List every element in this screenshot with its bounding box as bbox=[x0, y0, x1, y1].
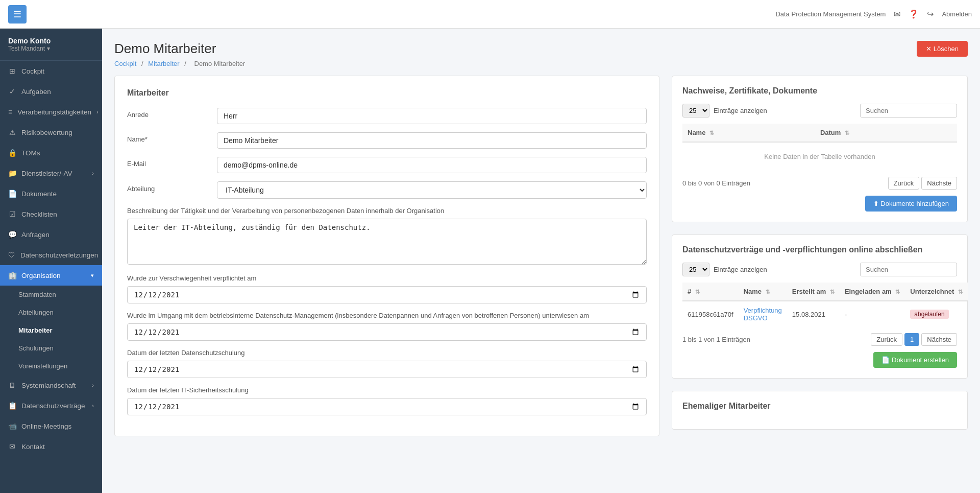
dienstleister-icon: 📁 bbox=[8, 169, 16, 177]
sort-id-icon[interactable]: ⇅ bbox=[695, 289, 700, 295]
create-dokument-button[interactable]: 📄 Dokument erstellen bbox=[873, 352, 957, 368]
delete-button[interactable]: ✕ Löschen bbox=[917, 41, 968, 57]
chevron-right-icon4: › bbox=[92, 403, 94, 409]
sidebar-sub-item-voreinstellungen[interactable]: Voreinstellungen bbox=[0, 357, 102, 375]
abteilung-select[interactable]: IT-Abteilung bbox=[217, 181, 647, 199]
vertraege-prev-button[interactable]: Zurück bbox=[871, 333, 902, 346]
page-title: Demo Mitarbeiter bbox=[114, 41, 248, 57]
logout-button[interactable]: Abmelden bbox=[942, 10, 972, 18]
add-dokumente-button[interactable]: ⬆ Dokumente hinzufügen bbox=[865, 196, 957, 212]
vertraege-btn-row: 📄 Dokument erstellen bbox=[682, 352, 957, 368]
vertraege-entries-select[interactable]: 25 10 50 bbox=[682, 263, 709, 276]
sidebar-item-online-meetings[interactable]: 📹 Online-Meetings bbox=[0, 416, 102, 436]
nachweise-table: Name ⇅ Datum ⇅ Keine Daten in der Tabell… bbox=[682, 124, 957, 171]
kontakt-icon: ✉ bbox=[8, 442, 16, 451]
sidebar-item-datenschutzvertraege[interactable]: 📋 Datenschutzverträge › bbox=[0, 395, 102, 416]
abteilung-field-group: Abteilung IT-Abteilung bbox=[127, 181, 647, 199]
toms-icon: 🔒 bbox=[8, 149, 16, 157]
breadcrumb-cockpit[interactable]: Cockpit bbox=[114, 60, 136, 67]
vertraege-next-button[interactable]: Nächste bbox=[921, 333, 957, 346]
sidebar-item-datenschutzverletzungen[interactable]: 🛡 Datenschutzverletzungen bbox=[0, 245, 102, 265]
email-input[interactable] bbox=[217, 157, 647, 173]
sort-eingeladen-icon[interactable]: ⇅ bbox=[895, 289, 900, 295]
sidebar-item-label-toms: TOMs bbox=[21, 149, 40, 157]
sort-name-icon[interactable]: ⇅ bbox=[709, 130, 714, 136]
sidebar-item-toms[interactable]: 🔒 TOMs bbox=[0, 143, 102, 163]
anrede-input[interactable] bbox=[217, 108, 647, 124]
email-icon[interactable]: ✉ bbox=[894, 9, 900, 19]
anfragen-icon: 💬 bbox=[8, 230, 16, 239]
verschwiegenheit-date-input[interactable] bbox=[127, 286, 647, 303]
vertraege-page-1-button[interactable]: 1 bbox=[904, 333, 919, 346]
sidebar-item-aufgaben[interactable]: ✓ Aufgaben bbox=[0, 81, 102, 102]
menu-toggle-button[interactable]: ☰ bbox=[8, 5, 27, 24]
it-sicherheitsschulung-label: Datum der letzten IT-Sicherheitsschulung bbox=[127, 386, 647, 394]
sidebar-user: Demo Konto Test Mandant ▾ bbox=[0, 29, 102, 61]
email-field-group: E-Mail bbox=[127, 157, 647, 173]
nachweise-search-input[interactable] bbox=[860, 104, 957, 118]
sidebar-sub-item-mitarbeiter[interactable]: Mitarbeiter bbox=[0, 321, 102, 339]
main-content: Demo Mitarbeiter Cockpit / Mitarbeiter /… bbox=[102, 29, 980, 493]
vertraege-title: Datenschutzverträge und -verpflichtungen… bbox=[682, 245, 957, 254]
breadcrumb-sep2: / bbox=[184, 60, 188, 67]
sidebar-item-label-datenschutz: Datenschutzverletzungen bbox=[20, 251, 98, 259]
name-field-group: Name* bbox=[127, 132, 647, 149]
sort-datum-icon[interactable]: ⇅ bbox=[845, 130, 849, 136]
sidebar-item-systemlandschaft[interactable]: 🖥 Systemlandschaft › bbox=[0, 375, 102, 395]
sidebar-item-dienstleister[interactable]: 📁 Dienstleister/-AV › bbox=[0, 163, 102, 183]
nachweise-title: Nachweise, Zertifikate, Dokumente bbox=[682, 86, 957, 96]
page-header: Demo Mitarbeiter Cockpit / Mitarbeiter /… bbox=[114, 41, 968, 67]
nachweise-next-button[interactable]: Nächste bbox=[921, 177, 957, 190]
nachweise-btn-row: ⬆ Dokumente hinzufügen bbox=[682, 196, 957, 212]
it-sicherheitsschulung-date-input[interactable] bbox=[127, 398, 647, 415]
vertraege-col-id: # ⇅ bbox=[682, 283, 739, 301]
datenschutzschulung-label: Datum der letzten Datenschutzschulung bbox=[127, 349, 647, 357]
sub-label-abteilungen: Abteilungen bbox=[18, 309, 54, 316]
sidebar-item-label-organisation: Organisation bbox=[21, 272, 61, 279]
sub-label-stammdaten: Stammdaten bbox=[18, 291, 56, 298]
sidebar-item-anfragen[interactable]: 💬 Anfragen bbox=[0, 224, 102, 245]
sidebar-item-organisation[interactable]: 🏢 Organisation ▾ bbox=[0, 265, 102, 286]
sidebar-item-checklisten[interactable]: ☑ Checklisten bbox=[0, 204, 102, 224]
vertraege-icon: 📋 bbox=[8, 402, 16, 410]
datenschutzschulung-date-input[interactable] bbox=[127, 361, 647, 378]
help-icon[interactable]: ❓ bbox=[909, 9, 919, 19]
risiko-icon: ⚠ bbox=[8, 128, 16, 136]
name-input[interactable] bbox=[217, 132, 647, 149]
breadcrumb-sep1: / bbox=[141, 60, 145, 67]
vertraege-table: # ⇅ Name ⇅ Erstellt am ⇅ Eingeladen am ⇅ bbox=[682, 283, 968, 327]
datenschutz-unterwiesen-date-input[interactable] bbox=[127, 323, 647, 341]
sidebar-item-dokumente[interactable]: 📄 Dokumente bbox=[0, 183, 102, 204]
sidebar-sub-item-abteilungen[interactable]: Abteilungen bbox=[0, 303, 102, 321]
sort-unterzeichnet-icon[interactable]: ⇅ bbox=[958, 289, 963, 295]
breadcrumb-mitarbeiter[interactable]: Mitarbeiter bbox=[148, 60, 179, 67]
nachweise-prev-button[interactable]: Zurück bbox=[888, 177, 920, 190]
vertraege-footer-text: 1 bis 1 von 1 Einträgen bbox=[682, 336, 750, 343]
sort-vname-icon[interactable]: ⇅ bbox=[766, 289, 770, 295]
sidebar-item-risikobewertung[interactable]: ⚠ Risikobewertung bbox=[0, 122, 102, 143]
nachweise-entries-select[interactable]: 25 10 50 bbox=[682, 104, 709, 118]
sidebar-item-label-kontakt: Kontakt bbox=[21, 443, 45, 451]
tenant-label[interactable]: Test Mandant ▾ bbox=[8, 45, 94, 52]
row-name-link[interactable]: Verpflichtung DSGVO bbox=[744, 307, 782, 322]
sort-erstellt-icon[interactable]: ⇅ bbox=[830, 289, 835, 295]
organisation-icon: 🏢 bbox=[8, 271, 16, 279]
sidebar-item-cockpit[interactable]: ⊞ Cockpit bbox=[0, 61, 102, 81]
sidebar-sub-item-stammdaten[interactable]: Stammdaten bbox=[0, 286, 102, 303]
beschreibung-label: Beschreibung der Tätigkeit und der Verar… bbox=[127, 207, 647, 215]
sidebar-item-verarbeitungstaetigkeiten[interactable]: ≡ Verarbeitungstätigkeiten › bbox=[0, 102, 102, 122]
logout-icon[interactable]: ↪ bbox=[927, 9, 934, 19]
vertraege-pagination: Zurück 1 Nächste bbox=[871, 333, 957, 346]
page-header-left: Demo Mitarbeiter Cockpit / Mitarbeiter /… bbox=[114, 41, 248, 67]
datenschutz-icon: 🛡 bbox=[8, 251, 15, 259]
vertraege-search-input[interactable] bbox=[860, 263, 957, 276]
vertraege-section: Datenschutzverträge und -verpflichtungen… bbox=[672, 234, 968, 379]
sidebar-item-label-anfragen: Anfragen bbox=[21, 231, 50, 239]
beschreibung-field-group: Beschreibung der Tätigkeit und der Verar… bbox=[127, 207, 647, 266]
sub-label-schulungen: Schulungen bbox=[18, 344, 54, 352]
sidebar-sub-item-schulungen[interactable]: Schulungen bbox=[0, 339, 102, 357]
vertraege-entries-label: Einträge anzeigen bbox=[714, 266, 767, 273]
beschreibung-textarea[interactable]: Leiter der IT-Abteilung, zuständig für d… bbox=[127, 219, 647, 265]
sidebar: Demo Konto Test Mandant ▾ ⊞ Cockpit ✓ Au… bbox=[0, 29, 102, 493]
sidebar-item-kontakt[interactable]: ✉ Kontakt bbox=[0, 436, 102, 457]
